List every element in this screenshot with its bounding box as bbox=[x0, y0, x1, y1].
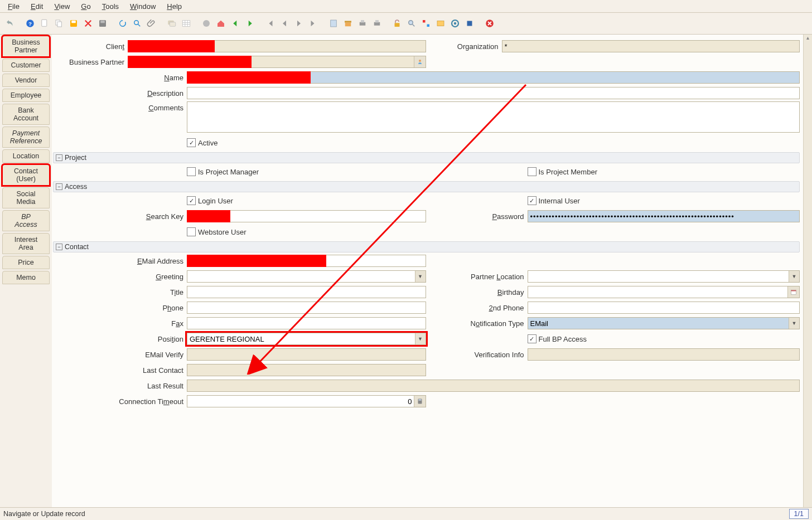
field-title[interactable] bbox=[187, 286, 426, 298]
checkbox-webstore[interactable] bbox=[187, 227, 196, 236]
copy-icon[interactable] bbox=[52, 17, 66, 30]
request-icon[interactable] bbox=[434, 17, 447, 30]
field-phone2[interactable] bbox=[528, 302, 800, 314]
tab-customer[interactable]: Customer bbox=[2, 59, 50, 72]
section-access[interactable]: −Access bbox=[53, 181, 800, 192]
menubar: FFileile Edit View Go Tools Window Help bbox=[0, 0, 812, 13]
tab-price[interactable]: Price bbox=[2, 256, 50, 269]
delete-icon[interactable] bbox=[81, 17, 95, 30]
menu-go[interactable]: Go bbox=[75, 1, 96, 12]
tab-business-partner[interactable]: BusinessPartner bbox=[2, 36, 50, 57]
tab-interest-area[interactable]: InterestArea bbox=[2, 233, 50, 254]
checkbox-full-bp[interactable]: ✓ bbox=[528, 334, 536, 343]
field-position[interactable] bbox=[187, 333, 426, 345]
menu-tools[interactable]: Tools bbox=[96, 1, 124, 12]
svg-text:?: ? bbox=[28, 21, 32, 27]
chevron-down-icon[interactable]: ▼ bbox=[789, 271, 799, 282]
field-greeting[interactable] bbox=[187, 270, 426, 283]
lookup-icon[interactable] bbox=[414, 56, 426, 67]
svg-rect-19 bbox=[374, 22, 380, 26]
zoom-icon[interactable] bbox=[405, 17, 418, 30]
find-icon[interactable] bbox=[130, 17, 144, 30]
tab-bp-access[interactable]: BPAccess bbox=[2, 210, 50, 231]
tab-bank-account[interactable]: BankAccount bbox=[2, 104, 50, 125]
menu-edit[interactable]: Edit bbox=[25, 1, 49, 12]
section-contact[interactable]: −Contact bbox=[53, 241, 800, 252]
checkbox-is-pm[interactable] bbox=[187, 167, 196, 176]
tab-vendor[interactable]: Vendor bbox=[2, 74, 50, 87]
tab-contact-user[interactable]: Contact(User) bbox=[2, 164, 50, 186]
new-icon[interactable] bbox=[38, 17, 51, 30]
checkbox-is-pmem[interactable] bbox=[528, 167, 536, 176]
field-comments[interactable] bbox=[187, 101, 800, 133]
undo-icon[interactable] bbox=[3, 17, 17, 30]
field-description[interactable] bbox=[187, 87, 800, 99]
grid-icon[interactable] bbox=[180, 17, 193, 30]
process-icon[interactable] bbox=[448, 17, 462, 30]
next-icon[interactable] bbox=[292, 17, 306, 30]
save-disk-icon[interactable] bbox=[96, 17, 109, 30]
field-fax[interactable] bbox=[187, 317, 426, 329]
product-icon[interactable] bbox=[463, 17, 476, 30]
forward-icon[interactable] bbox=[243, 17, 257, 30]
svg-rect-11 bbox=[170, 22, 176, 27]
chevron-down-icon[interactable]: ▼ bbox=[415, 271, 426, 282]
label-name: Name bbox=[52, 74, 187, 82]
lock-icon[interactable] bbox=[390, 17, 404, 30]
field-verif-info bbox=[528, 348, 800, 361]
menu-file[interactable]: FFileile bbox=[2, 1, 25, 12]
svg-rect-14 bbox=[331, 20, 337, 27]
tab-payment-reference[interactable]: PaymentReference bbox=[2, 127, 50, 148]
label-partner-location: Partner Location bbox=[426, 273, 528, 281]
vertical-scrollbar[interactable] bbox=[803, 35, 812, 511]
field-birthday[interactable] bbox=[528, 286, 800, 298]
checkbox-internal-user[interactable]: ✓ bbox=[528, 196, 536, 205]
menu-window[interactable]: Window bbox=[124, 1, 161, 12]
svg-rect-25 bbox=[437, 21, 444, 26]
archive-icon[interactable] bbox=[341, 17, 355, 30]
svg-rect-4 bbox=[57, 22, 62, 27]
calendar-icon[interactable] bbox=[787, 286, 799, 298]
label-webstore: Webstore User bbox=[198, 228, 246, 236]
field-partner-location[interactable] bbox=[528, 270, 800, 283]
printpreview-icon[interactable] bbox=[370, 17, 384, 30]
tab-location[interactable]: Location bbox=[2, 149, 50, 163]
label-verif-info: Verification Info bbox=[426, 351, 528, 359]
toolbar: ? bbox=[0, 13, 812, 35]
chevron-down-icon[interactable]: ▼ bbox=[415, 333, 426, 344]
save-icon[interactable] bbox=[67, 17, 80, 30]
tab-employee[interactable]: Employee bbox=[2, 89, 50, 102]
help-icon[interactable]: ? bbox=[23, 17, 37, 30]
back-icon[interactable] bbox=[229, 17, 242, 30]
chevron-down-icon[interactable]: ▼ bbox=[789, 318, 799, 329]
report-icon[interactable] bbox=[327, 17, 340, 30]
print-icon[interactable] bbox=[356, 17, 369, 30]
last-icon[interactable] bbox=[307, 17, 320, 30]
label-position: Position bbox=[52, 335, 187, 343]
tab-memo[interactable]: Memo bbox=[2, 271, 50, 284]
field-phone[interactable] bbox=[187, 302, 426, 314]
home-icon[interactable] bbox=[214, 17, 228, 30]
workflow-icon[interactable] bbox=[419, 17, 433, 30]
svg-point-22 bbox=[409, 21, 413, 25]
label-conn-timeout: Connection Timeout bbox=[52, 397, 187, 406]
field-notification-type[interactable] bbox=[528, 317, 800, 329]
checkbox-login-user[interactable]: ✓ bbox=[187, 196, 196, 205]
refresh-icon[interactable] bbox=[116, 17, 129, 30]
history-icon[interactable] bbox=[200, 17, 213, 30]
calculator-icon[interactable] bbox=[414, 396, 426, 407]
menu-help[interactable]: Help bbox=[161, 1, 187, 12]
checkbox-active[interactable]: ✓ bbox=[187, 138, 196, 147]
attachment-icon[interactable] bbox=[145, 17, 158, 30]
section-project[interactable]: −Project bbox=[53, 152, 800, 163]
field-conn-timeout[interactable] bbox=[187, 395, 426, 407]
first-icon[interactable] bbox=[263, 17, 277, 30]
chat-icon[interactable] bbox=[165, 17, 178, 30]
svg-rect-20 bbox=[375, 20, 379, 23]
field-organization[interactable] bbox=[502, 40, 800, 52]
menu-view[interactable]: View bbox=[49, 1, 75, 12]
tab-social-media[interactable]: SocialMedia bbox=[2, 187, 50, 208]
prev-icon[interactable] bbox=[278, 17, 291, 30]
close-icon[interactable] bbox=[483, 17, 496, 30]
field-password[interactable] bbox=[528, 210, 800, 222]
